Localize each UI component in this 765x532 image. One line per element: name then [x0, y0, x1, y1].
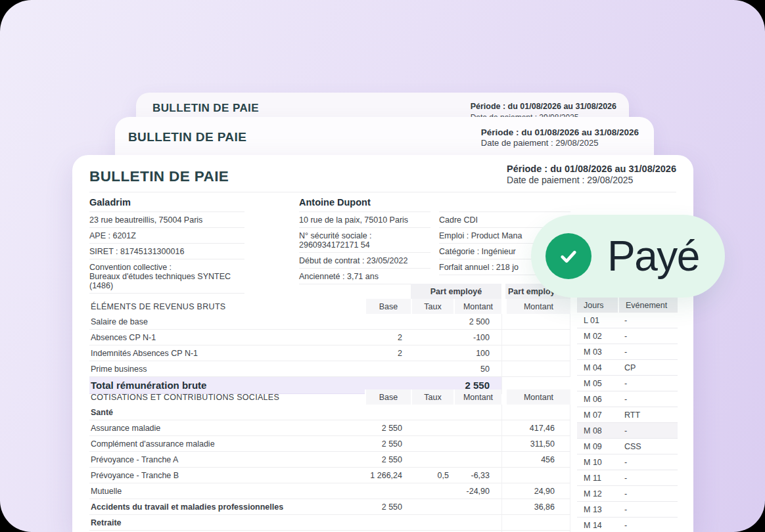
row-montant-employer: 417,46: [505, 420, 570, 436]
row-montant: [453, 452, 501, 468]
row-montant: [453, 420, 501, 436]
calendar-day: M 03: [577, 344, 618, 360]
row-taux: 0,5: [411, 468, 453, 483]
row-base: [365, 515, 411, 531]
calendar-event: CP: [618, 360, 678, 376]
paid-status-label: Payé: [607, 235, 699, 277]
col-montant-employer: Montant: [505, 299, 570, 314]
calendar-row: M 03 -: [577, 344, 678, 360]
col-montant: Montant: [453, 389, 501, 405]
check-icon: [555, 242, 582, 270]
row-base: [365, 405, 411, 420]
row-montant-employer: [505, 515, 570, 531]
row-montant: -100: [453, 330, 501, 345]
gross-earnings-table: Part employé Part employeur ÉLÉMENTS DE …: [89, 284, 570, 394]
row-montant-employer: [505, 330, 570, 345]
gross-section-label: ÉLÉMENTS DE REVENUS BRUTS: [89, 299, 365, 314]
calendar-event: -: [618, 486, 678, 502]
table-row: Salaire de base 2 500: [89, 314, 570, 330]
row-montant: [453, 515, 501, 531]
row-label: Santé: [89, 405, 365, 420]
calendar-row: M 02 -: [577, 328, 678, 344]
col-montant-employer: Montant: [505, 389, 570, 405]
employee-info-rows: 10 rue de la paix, 75010 ParisN° sécurit…: [299, 212, 430, 284]
period-text: Période : du 01/08/2026 au 31/08/2026: [507, 164, 676, 175]
row-base: 2 550: [365, 436, 411, 452]
row-label: Absences CP N-1: [89, 330, 365, 345]
row-base: 2 550: [365, 420, 411, 436]
table-row: Santé: [89, 405, 570, 420]
period-text: Période : du 01/08/2026 au 31/08/2026: [481, 127, 639, 138]
calendar-event: -: [618, 391, 678, 407]
calendar-event: -: [618, 454, 678, 470]
calendar-panel: Jours Evénement L 01 - M 02 -: [577, 298, 678, 532]
calendar-day: M 05: [577, 376, 618, 391]
page-title: BULLETIN DE PAIE: [152, 102, 259, 115]
table-row: Assurance maladie 2 550 417,46: [89, 420, 570, 436]
table-row: Accidents du travail et maladies profess…: [89, 499, 570, 515]
row-montant-employer: 456: [505, 452, 570, 468]
row-label: Prévoyance - Tranche B: [89, 468, 365, 483]
row-base: 2: [365, 345, 411, 361]
calendar-event: RTT: [618, 407, 678, 423]
row-taux: [411, 436, 453, 452]
row-taux: [411, 330, 453, 345]
employer-info-row: SIRET : 81745131300016: [89, 244, 244, 259]
row-montant: 50: [453, 361, 501, 377]
calendar-row: M 08 -: [577, 423, 678, 439]
calendar-row: M 05 -: [577, 376, 678, 391]
calendar-event: -: [618, 328, 678, 344]
calendar-row: L 01 -: [577, 313, 678, 328]
calendar-day: M 07: [577, 407, 618, 423]
row-taux: [411, 483, 453, 499]
calendar-event: -: [618, 518, 678, 532]
group-header-row: Part employé Part employeur: [89, 284, 570, 299]
employee-info-row: Début de contrat : 23/05/2022: [299, 253, 430, 269]
table-row: Prévoyance - Tranche A 2 550 456: [89, 452, 570, 468]
row-montant-employer: [505, 361, 570, 377]
check-circle: [545, 233, 591, 279]
row-base: 2 550: [365, 499, 411, 515]
row-label: Retraite: [89, 515, 365, 531]
calendar-event: CSS: [618, 439, 678, 454]
calendar-row: M 10 -: [577, 454, 678, 470]
col-taux: Taux: [411, 389, 453, 405]
col-evenement: Evénement: [618, 298, 678, 313]
calendar-day: M 02: [577, 328, 618, 344]
employee-name: Antoine Dupont: [299, 197, 430, 212]
row-taux: [411, 515, 453, 531]
calendar-row: M 13 -: [577, 502, 678, 518]
contributions-section-label: COTISATIONS ET CONTRIBUTIONS SOCIALES: [89, 389, 365, 405]
col-base: Base: [365, 389, 411, 405]
table-row: Indemnités Absences CP N-1 2 100: [89, 345, 570, 361]
calendar-row: M 09 CSS: [577, 439, 678, 454]
row-montant: -6,33: [453, 468, 501, 483]
col-base: Base: [365, 299, 411, 314]
row-taux: [411, 345, 453, 361]
calendar-day: M 06: [577, 391, 618, 407]
period-block: Période : du 01/08/2026 au 31/08/2026 Da…: [481, 127, 639, 148]
row-label: Complément d'assurance maladie: [89, 436, 365, 452]
row-montant: 100: [453, 345, 501, 361]
calendar-header-row: Jours Evénement: [577, 298, 678, 313]
row-montant-employer: 24,90: [505, 483, 570, 499]
calendar-day: M 11: [577, 470, 618, 486]
row-montant-employer: [505, 345, 570, 361]
employee-info-row: Ancienneté : 3,71 ans: [299, 269, 430, 284]
lavender-background-panel: BULLETIN DE PAIE Période : du 01/08/2026…: [0, 0, 765, 532]
row-base: [365, 314, 411, 330]
page-title: BULLETIN DE PAIE: [89, 168, 229, 185]
calendar-day: M 04: [577, 360, 618, 376]
contributions-rows: Santé Assurance maladie 2 550: [89, 405, 570, 532]
header-divider: [89, 192, 676, 192]
row-taux: [411, 420, 453, 436]
row-label: Salaire de base: [89, 314, 365, 330]
row-taux: [411, 405, 453, 420]
table-row: Mutuelle -24,90 24,90: [89, 483, 570, 499]
calendar-day: M 13: [577, 502, 618, 518]
employer-info-column: Galadrim 23 rue beautreillis, 75004 Pari…: [89, 197, 244, 294]
row-montant: [453, 405, 501, 420]
row-montant: -24,90: [453, 483, 501, 499]
calendar-day: M 12: [577, 486, 618, 502]
row-base: 2 550: [365, 452, 411, 468]
